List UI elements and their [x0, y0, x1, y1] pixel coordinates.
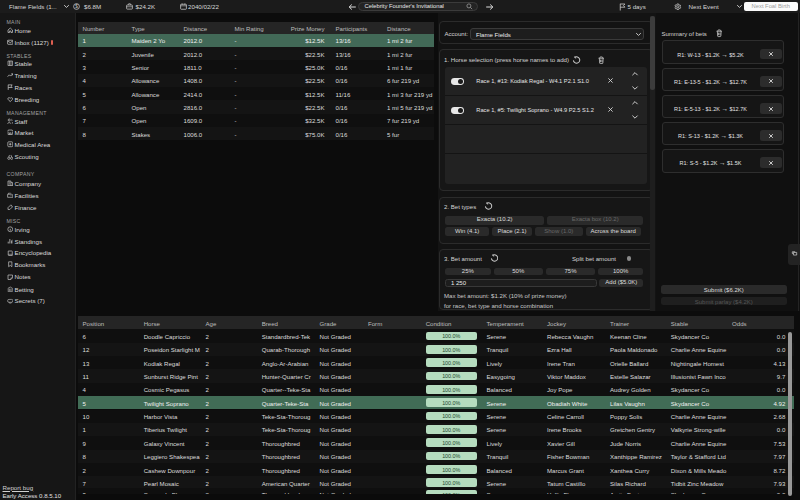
svg-text:$: $ [75, 4, 78, 9]
